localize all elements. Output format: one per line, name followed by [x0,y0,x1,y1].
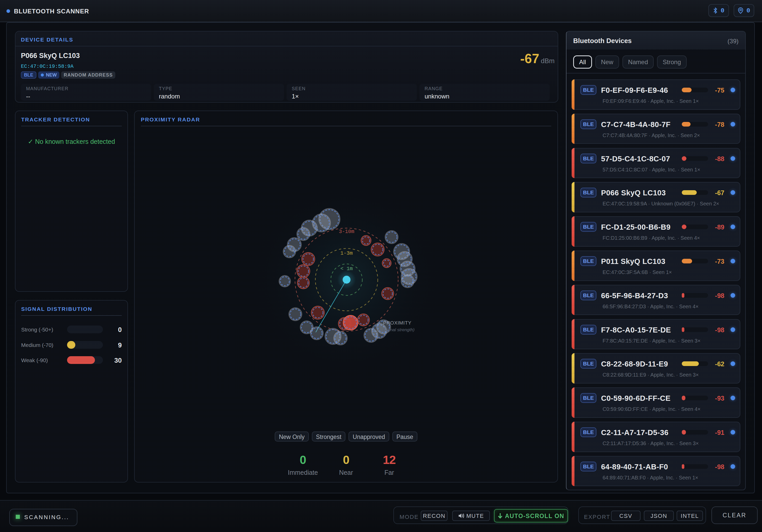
svg-text:PROXIMITY: PROXIMITY [383,320,412,326]
svg-text:3-10m: 3-10m [339,229,354,234]
svg-text:1-3m: 1-3m [340,250,353,256]
svg-text:(signal strength): (signal strength) [383,327,415,332]
